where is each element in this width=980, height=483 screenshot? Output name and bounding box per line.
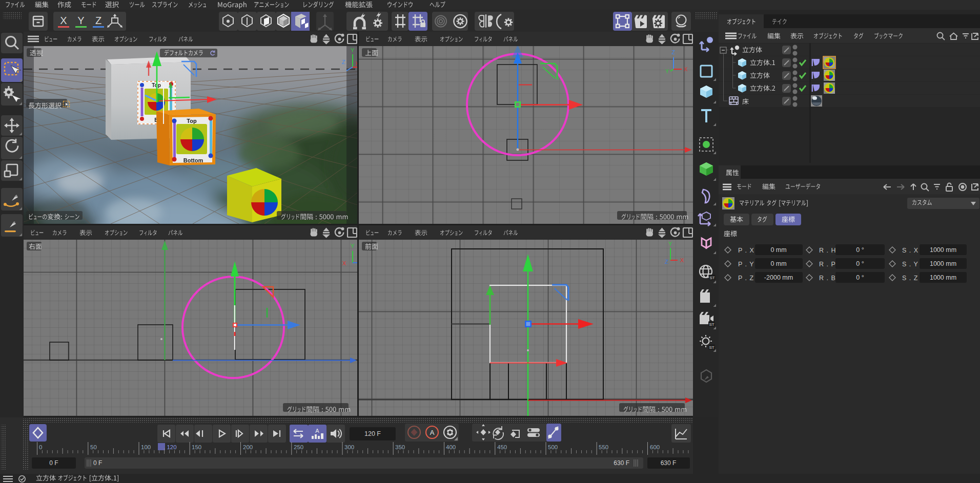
svg-text:-2000 mm: -2000 mm [764,274,793,281]
svg-text:0: 0 [39,444,42,450]
svg-text:0 °: 0 ° [856,260,864,267]
svg-text:Y: Y [668,241,672,247]
svg-text:400: 400 [446,444,456,450]
svg-text:S . Y: S . Y [902,261,918,268]
svg-text:250: 250 [294,444,303,450]
svg-text:Y: Y [77,15,84,26]
svg-text:550: 550 [599,444,608,450]
svg-text:A: A [430,429,435,436]
svg-text:Y: Y [351,47,355,53]
svg-text:630 F: 630 F [661,459,677,467]
svg-text:P . Y: P . Y [738,261,754,268]
svg-text:Z: Z [342,59,345,65]
svg-text:Top: Top [187,118,197,124]
svg-text:150: 150 [192,444,201,450]
svg-text:0 °: 0 ° [856,274,864,281]
svg-text:P . Z: P . Z [738,275,754,282]
svg-text:X: X [680,257,684,263]
svg-text:50: 50 [90,444,97,450]
svg-text:1000 mm: 1000 mm [930,260,956,267]
svg-text:Y: Y [351,243,355,249]
svg-text:A: A [315,428,319,434]
svg-text:X: X [342,260,346,266]
svg-text:X: X [60,15,67,26]
svg-text:Bottom: Bottom [183,157,203,163]
svg-text:P . X: P . X [738,247,754,254]
svg-text:450: 450 [497,444,507,450]
svg-text:Y: Y [665,68,669,74]
svg-text:ST: ST [709,276,714,280]
svg-text:600: 600 [650,444,660,450]
svg-text:200: 200 [243,444,253,450]
svg-text:120 F: 120 F [364,430,381,437]
svg-text:Z: Z [671,49,675,55]
svg-text:S . Z: S . Z [902,275,918,282]
svg-text:0 °: 0 ° [856,246,864,254]
svg-text:1000 mm: 1000 mm [930,246,956,254]
svg-text:R . B: R . B [819,275,836,282]
svg-text:0 F: 0 F [49,459,58,467]
svg-text:120: 120 [167,444,176,450]
svg-text:1000 mm: 1000 mm [930,274,956,281]
svg-text:R . P: R . P [819,261,836,268]
svg-text:ST: ST [709,322,714,327]
svg-text:630 F: 630 F [614,459,629,467]
svg-text:100: 100 [141,444,151,450]
svg-text:500: 500 [548,444,558,450]
svg-text:350: 350 [395,444,405,450]
svg-text:Z: Z [95,15,101,26]
svg-text:300: 300 [344,444,354,450]
svg-text:S . X: S . X [902,247,918,254]
svg-text:ST: ST [709,345,714,350]
svg-text:0 F: 0 F [93,459,102,467]
svg-text:R . H: R . H [819,247,836,254]
svg-text:X: X [684,66,688,72]
svg-text:X: X [355,60,357,67]
svg-text:Z: Z [665,259,668,265]
svg-text:0 mm: 0 mm [770,246,786,254]
svg-text:0 mm: 0 mm [770,260,786,267]
